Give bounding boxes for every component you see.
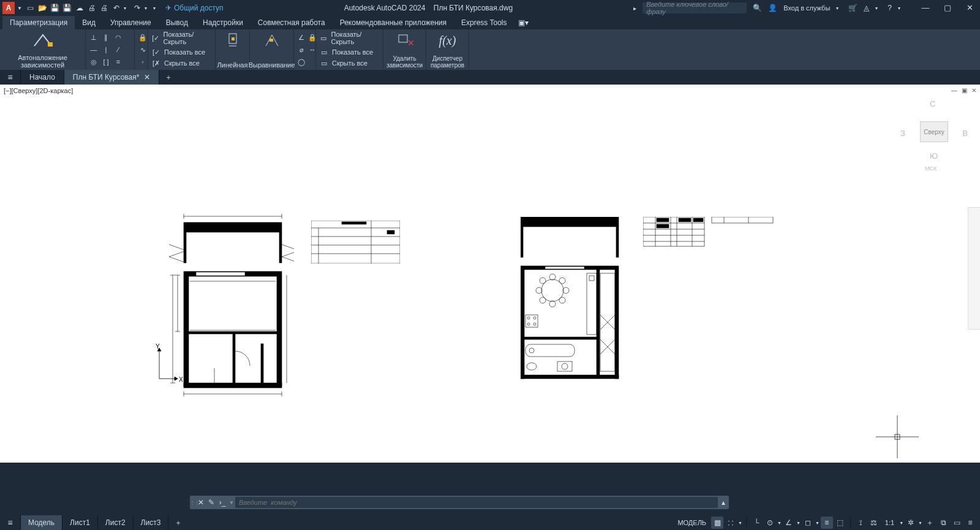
command-input[interactable] — [235, 497, 718, 508]
geo-show-hide[interactable]: [✓Показать/Скрыть — [148, 29, 215, 47]
viewcube-east[interactable]: В — [962, 129, 968, 138]
sb-gear-dd[interactable]: ▼ — [918, 521, 922, 525]
sb-grid-icon[interactable]: ▦ — [711, 517, 723, 529]
gc-sym-icon[interactable]: [ ] — [100, 56, 111, 67]
autoconstrain-icon[interactable] — [33, 32, 53, 49]
gc-perp-icon[interactable]: ⊥ — [88, 32, 99, 43]
window-close[interactable]: ✕ — [965, 4, 974, 12]
add-layout[interactable]: ＋ — [168, 515, 188, 530]
qat-undo-icon[interactable]: ↶ — [111, 3, 121, 13]
tab-close-icon[interactable]: ✕ — [144, 73, 150, 81]
sb-iso-icon[interactable]: ∠ — [783, 517, 795, 529]
ribbon-tab-featured[interactable]: Рекомендованные приложения — [333, 16, 454, 29]
app-menu-dropdown[interactable]: ▼ — [17, 6, 22, 11]
vp-minimize[interactable]: ― — [951, 87, 958, 94]
app-menu[interactable]: A — [2, 2, 15, 14]
qat-redo-icon[interactable]: ↷ — [132, 3, 142, 13]
layout-tab-sheet3[interactable]: Лист3 — [134, 515, 169, 530]
qat-open-icon[interactable]: 📂 — [38, 3, 48, 13]
gc-paral-icon[interactable]: ∥ — [100, 32, 111, 43]
autodesk-icon[interactable]: ◬ — [864, 4, 869, 12]
qat-saveas-icon[interactable]: 💾 — [62, 3, 72, 13]
delete-constraints-icon[interactable]: ✕ — [395, 32, 415, 49]
qat-save-icon[interactable]: 💾 — [50, 3, 60, 13]
ribbon-tab-output[interactable]: Вывод — [159, 16, 195, 29]
vp-close[interactable]: ✕ — [970, 87, 978, 94]
param-manager-icon[interactable]: f(x) — [438, 32, 458, 49]
account-label[interactable]: Вход в службы — [783, 4, 830, 12]
sb-qp-icon[interactable]: ⧉ — [937, 517, 949, 529]
undo-dropdown[interactable]: ▾ — [124, 6, 126, 11]
qat-new-icon[interactable]: ▭ — [26, 3, 36, 13]
sb-osnap-icon[interactable]: ◻ — [802, 517, 814, 529]
help-dropdown[interactable]: ▾ — [898, 6, 900, 11]
qat-customize[interactable]: ▾ — [153, 6, 156, 11]
account-icon[interactable]: 👤 — [768, 4, 777, 12]
layout-tab-sheet2[interactable]: Лист2 — [98, 515, 134, 530]
qat-web-icon[interactable]: ☁ — [75, 3, 85, 13]
dim-show-hide[interactable]: ▭Показать/Скрыть — [316, 29, 383, 47]
viewcube-top[interactable]: Сверху — [920, 121, 948, 142]
qat-print-icon[interactable]: 🖨 — [99, 3, 109, 13]
gc-coinc-icon[interactable]: ◦ — [137, 56, 148, 67]
search-box[interactable]: Введите ключевое слово/фразу — [643, 2, 747, 13]
viewcube[interactable]: С Ю З В Сверху МСК — [900, 99, 968, 185]
dim-dia-icon[interactable]: ◯ — [296, 56, 306, 67]
align-icon[interactable] — [262, 32, 282, 49]
add-tab[interactable]: ＋ — [159, 70, 178, 85]
sb-scale-dd[interactable]: ▼ — [899, 521, 903, 525]
layout-tab-sheet1[interactable]: Лист1 — [62, 515, 98, 530]
ribbon-tab-express[interactable]: Express Tools — [454, 16, 514, 29]
viewport-controls[interactable]: [−][Сверху][2D-каркас] — [4, 87, 73, 94]
window-maximize[interactable]: ▢ — [943, 4, 952, 12]
geo-show-all[interactable]: [✓Показать все — [148, 47, 215, 58]
sb-clean-icon[interactable]: ▭ — [951, 517, 963, 529]
sb-scale[interactable]: 1:1 — [881, 517, 898, 529]
gc-fix-icon[interactable]: 🔒 — [137, 32, 148, 43]
gc-smooth-icon[interactable]: ∿ — [137, 44, 148, 55]
ribbon-tab-manage[interactable]: Управление — [103, 16, 159, 29]
layout-tab-model[interactable]: Модель — [21, 515, 62, 530]
sb-lwt-icon[interactable]: ≡ — [821, 517, 833, 529]
vp-restore[interactable]: ▣ — [960, 87, 968, 94]
autodesk-dropdown[interactable]: ▾ — [875, 6, 878, 11]
viewcube-west[interactable]: З — [900, 129, 905, 138]
viewcube-south[interactable]: Ю — [930, 151, 938, 161]
ribbon-tab-collab[interactable]: Совместная работа — [251, 16, 333, 29]
gc-equal-icon[interactable]: = — [113, 56, 124, 67]
sb-gear-icon[interactable]: ✲ — [905, 517, 917, 529]
dim-rad-icon[interactable]: ⌀ — [296, 44, 306, 55]
command-line[interactable]: ⋮⋮ ✕ ✎ ›_ ▼ ▴ — [190, 496, 729, 509]
sb-osnap-dd[interactable]: ▼ — [815, 521, 820, 525]
search-icon[interactable]: 🔍 — [753, 4, 762, 12]
drawing-menu[interactable]: ≡ — [0, 70, 21, 85]
sb-model[interactable]: МОДЕЛЬ — [674, 517, 710, 529]
gc-vert-icon[interactable]: | — [100, 44, 111, 55]
sb-annoscale-icon[interactable]: ⚖ — [868, 517, 880, 529]
cmd-history-icon[interactable]: ▴ — [718, 498, 729, 507]
sb-annomon-icon[interactable]: ⟟ — [854, 517, 867, 529]
cmd-close-icon[interactable]: ✕ — [196, 498, 206, 507]
dim-hide-all[interactable]: ▭Скрыть все — [316, 58, 383, 69]
layout-menu[interactable]: ≡ — [0, 515, 21, 530]
gc-conc-icon[interactable]: ◎ — [88, 56, 99, 67]
account-dropdown[interactable]: ▾ — [836, 6, 839, 11]
ribbon-tab-parametric[interactable]: Параметризация — [2, 16, 75, 29]
gc-colin-icon[interactable]: ∕ — [113, 44, 124, 55]
tab-file[interactable]: Плн БТИ Курсовая* ✕ — [64, 70, 160, 85]
linear-icon[interactable] — [223, 32, 243, 49]
ribbon-tab-view[interactable]: Вид — [75, 16, 103, 29]
cmd-customize-icon[interactable]: ✎ — [206, 498, 217, 507]
dim-show-all[interactable]: ▭Показать все — [316, 47, 383, 58]
cmd-dd[interactable]: ▼ — [229, 500, 234, 505]
redo-dropdown[interactable]: ▾ — [145, 6, 147, 11]
gc-horiz-icon[interactable]: — — [88, 44, 99, 55]
tab-start[interactable]: Начало — [21, 70, 64, 85]
ribbon-tab-empty[interactable]: ▣▾ — [514, 16, 532, 29]
gc-tangent-icon[interactable]: ◠ — [113, 32, 124, 43]
sb-custom-icon[interactable]: ≡ — [964, 517, 976, 529]
sb-polar-icon[interactable]: ⊙ — [764, 517, 776, 529]
sb-dyn-icon[interactable]: ＋ — [924, 517, 936, 529]
dim-ang-icon[interactable]: ∠ — [296, 32, 306, 43]
qat-plot-icon[interactable]: 🖨 — [87, 3, 97, 13]
